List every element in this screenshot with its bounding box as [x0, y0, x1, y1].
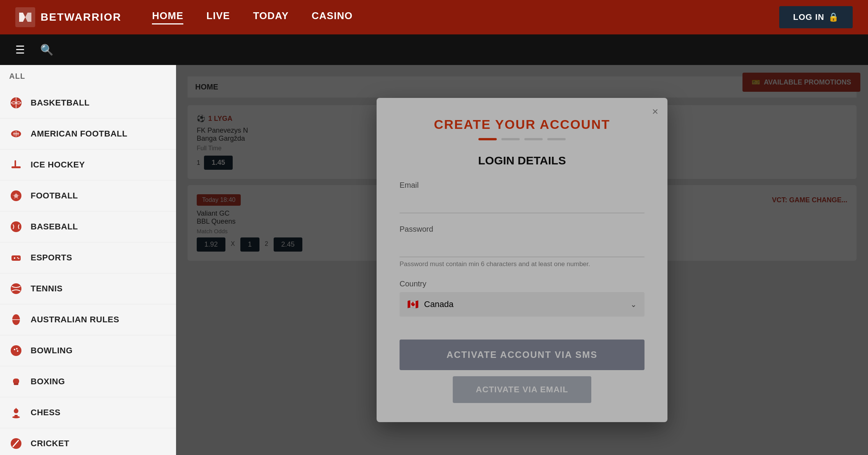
ice-hockey-icon — [9, 158, 23, 172]
modal-title: CREATE YOUR ACCOUNT — [400, 117, 644, 132]
main-layout: ALL BASKETBALL AMERICAN FOOTBALL ICE HOC… — [0, 65, 868, 455]
sidebar-item-boxing[interactable]: BOXING — [0, 366, 176, 397]
lock-icon: 🔒 — [828, 12, 839, 22]
modal-subtitle: LOGIN DETAILS — [400, 154, 644, 167]
sidebar-item-chess[interactable]: CHESS — [0, 397, 176, 428]
country-form-group: Country 🇨🇦 Canada ⌄ — [400, 280, 644, 317]
svg-point-17 — [17, 257, 18, 258]
sidebar-label-american-football: AMERICAN FOOTBALL — [31, 129, 127, 139]
logo-area: BETWARRIOR — [15, 7, 121, 27]
sidebar-item-american-football[interactable]: AMERICAN FOOTBALL — [0, 119, 176, 150]
sidebar-label-boxing: BOXING — [31, 377, 65, 387]
svg-rect-26 — [13, 379, 19, 384]
password-form-group: Password Password must contain min 6 cha… — [400, 225, 644, 268]
sidebar-item-cricket[interactable]: CRICKET — [0, 428, 176, 455]
sidebar-item-australian-rules[interactable]: AUSTRALIAN RULES — [0, 304, 176, 335]
top-nav: BETWARRIOR HOME LIVE TODAY CASINO LOG IN… — [0, 0, 868, 34]
sidebar-label-baseball: BASEBALL — [31, 222, 78, 232]
password-input[interactable] — [400, 237, 644, 257]
modal-dot-3 — [524, 138, 543, 140]
logo-text: BETWARRIOR — [41, 11, 121, 23]
chess-icon — [9, 406, 23, 419]
modal-progress-dots — [400, 138, 644, 140]
sidebar-item-ice-hockey[interactable]: ICE HOCKEY — [0, 150, 176, 180]
sidebar-label-chess: CHESS — [31, 408, 60, 418]
svg-rect-29 — [15, 415, 18, 416]
email-input[interactable] — [400, 193, 644, 213]
activate-sms-button[interactable]: ACTIVATE ACCOUNT VIA SMS — [400, 340, 644, 370]
sidebar-label-tennis: TENNIS — [31, 284, 63, 294]
svg-point-13 — [11, 221, 21, 232]
login-label: LOG IN — [793, 12, 824, 22]
sidebar-label-bowling: BOWLING — [31, 346, 73, 356]
svg-point-25 — [17, 350, 18, 352]
country-select[interactable]: 🇨🇦 Canada ⌄ — [400, 292, 644, 317]
sidebar-label-esports: ESPORTS — [31, 253, 72, 263]
sidebar-label-football: FOOTBALL — [31, 191, 78, 201]
sidebar-all-label: ALL — [0, 65, 176, 88]
svg-point-12 — [14, 194, 18, 198]
sidebar-item-baseball[interactable]: BASEBALL — [0, 211, 176, 242]
sidebar: ALL BASKETBALL AMERICAN FOOTBALL ICE HOC… — [0, 65, 176, 455]
modal-close-button[interactable]: × — [652, 106, 658, 118]
svg-rect-14 — [11, 255, 21, 261]
esports-icon — [9, 251, 23, 265]
chevron-down-icon: ⌄ — [630, 300, 637, 309]
boxing-icon — [9, 375, 23, 388]
bowling-icon — [9, 344, 23, 358]
american-football-icon — [9, 127, 23, 141]
sidebar-item-esports[interactable]: ESPORTS — [0, 242, 176, 273]
sidebar-label-cricket: CRICKET — [31, 439, 69, 448]
football-icon — [9, 189, 23, 203]
password-hint: Password must contain min 6 characters a… — [400, 260, 644, 268]
svg-point-23 — [14, 349, 15, 350]
email-label: Email — [400, 181, 644, 190]
australian-rules-icon — [9, 313, 23, 327]
svg-rect-8 — [15, 160, 16, 167]
tennis-icon — [9, 282, 23, 296]
cricket-icon — [9, 437, 23, 450]
modal-dot-1 — [478, 138, 497, 140]
modal-dot-4 — [547, 138, 566, 140]
svg-rect-9 — [11, 166, 21, 168]
country-flag: 🇨🇦 — [407, 299, 419, 310]
svg-point-22 — [11, 345, 21, 356]
logo-icon — [15, 7, 35, 27]
svg-point-19 — [11, 283, 21, 294]
svg-rect-27 — [14, 383, 18, 385]
sidebar-item-football[interactable]: FOOTBALL — [0, 180, 176, 211]
modal: × CREATE YOUR ACCOUNT LOGIN DETAILS Emai… — [377, 98, 667, 422]
sidebar-item-bowling[interactable]: BOWLING — [0, 335, 176, 366]
sidebar-label-australian-rules: AUSTRALIAN RULES — [31, 315, 119, 325]
search-icon[interactable]: 🔍 — [40, 44, 54, 56]
nav-home[interactable]: HOME — [152, 10, 183, 24]
email-form-group: Email — [400, 181, 644, 213]
password-label: Password — [400, 225, 644, 234]
baseball-icon — [9, 220, 23, 234]
svg-point-18 — [18, 258, 20, 259]
country-label: Country — [400, 280, 644, 288]
login-button[interactable]: LOG IN 🔒 — [779, 6, 853, 28]
second-bar: ☰ 🔍 — [0, 34, 868, 65]
activate-email-button[interactable]: ACTIVATE VIA EMAIL — [453, 376, 591, 403]
nav-links: HOME LIVE TODAY CASINO — [152, 10, 779, 24]
nav-casino[interactable]: CASINO — [312, 10, 352, 24]
nav-today[interactable]: TODAY — [253, 10, 289, 24]
sidebar-item-tennis[interactable]: TENNIS — [0, 273, 176, 304]
hamburger-icon[interactable]: ☰ — [15, 44, 25, 56]
country-name: Canada — [424, 299, 625, 309]
nav-live[interactable]: LIVE — [206, 10, 230, 24]
sidebar-label-basketball: BASKETBALL — [31, 98, 90, 108]
sidebar-label-ice-hockey: ICE HOCKEY — [31, 160, 85, 170]
sidebar-item-basketball[interactable]: BASKETBALL — [0, 88, 176, 119]
modal-dot-2 — [501, 138, 520, 140]
content-area: HOME 🎫 AVAILABLE PROMOTIONS ⚽ 1 LYGA FK … — [176, 65, 868, 455]
svg-point-24 — [16, 348, 18, 349]
basketball-icon — [9, 96, 23, 110]
